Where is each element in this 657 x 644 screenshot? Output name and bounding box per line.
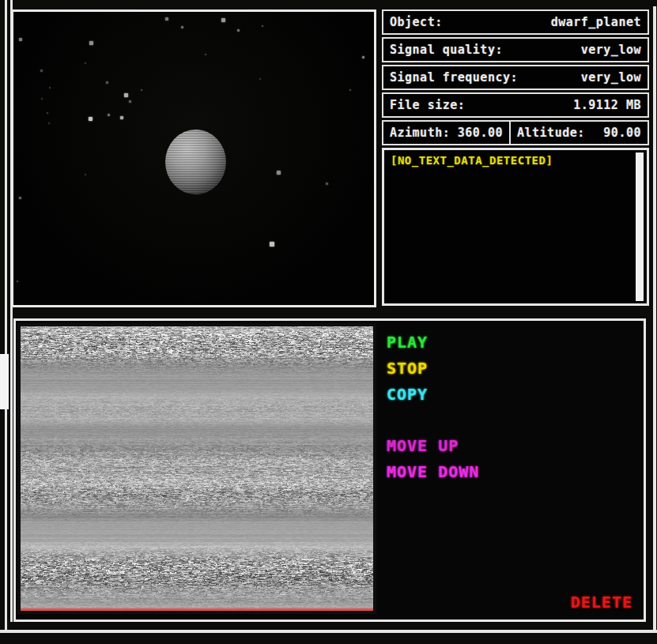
star — [205, 54, 206, 55]
star — [85, 62, 86, 64]
star — [124, 93, 128, 97]
signal-noise-canvas — [21, 326, 373, 611]
azimuth-value: 360.00 — [458, 126, 503, 140]
playback-panel: PLAY STOP COPY MOVE UP MOVE DOWN DELETE — [13, 318, 646, 622]
signal-analyzer-screen: { "theme": { "frame_color": "#e8e8e8", "… — [0, 0, 657, 644]
star — [19, 38, 22, 41]
star — [129, 100, 131, 103]
star — [49, 87, 51, 89]
star — [19, 197, 21, 199]
altitude-label: Altitude: — [517, 126, 585, 140]
star — [17, 281, 18, 282]
outer-frame-right-line — [653, 6, 656, 631]
copy-button[interactable]: COPY — [387, 385, 428, 404]
file-size-label: File size: — [390, 98, 465, 112]
star — [262, 25, 263, 27]
left-scrollbar-thumb[interactable] — [0, 354, 9, 409]
signal-quality-label: Signal quality: — [390, 43, 503, 57]
star — [89, 117, 93, 121]
signal-info-panel: Object: dwarf_planet Signal quality: ver… — [382, 9, 649, 306]
star — [277, 171, 281, 175]
info-row-orientation: Azimuth: 360.00 Altitude: 90.00 — [382, 120, 649, 145]
azimuth-label: Azimuth: — [390, 126, 450, 140]
text-area-scrollbar[interactable] — [636, 153, 644, 301]
dwarf-planet-sphere — [165, 130, 226, 194]
waveform-display[interactable] — [17, 323, 376, 614]
star — [259, 78, 261, 80]
star — [85, 174, 86, 175]
stop-button[interactable]: STOP — [387, 359, 428, 378]
star — [270, 242, 274, 247]
info-row-signal-frequency: Signal frequency: very_low — [382, 65, 649, 90]
star — [165, 17, 168, 21]
star — [181, 26, 183, 28]
star — [349, 89, 351, 91]
star — [48, 122, 50, 124]
star — [106, 81, 108, 84]
star — [41, 98, 43, 100]
star — [47, 112, 48, 114]
star — [141, 89, 142, 91]
move-up-button[interactable]: MOVE UP — [387, 436, 459, 455]
star — [108, 114, 110, 116]
signal-frequency-label: Signal frequency: — [390, 70, 518, 85]
play-button[interactable]: PLAY — [387, 333, 428, 352]
altitude-cell: Altitude: 90.00 — [511, 122, 648, 144]
azimuth-cell: Azimuth: 360.00 — [383, 122, 511, 144]
info-row-file-size: File size: 1.9112 MB — [382, 92, 649, 118]
delete-button[interactable]: DELETE — [571, 593, 632, 612]
star — [237, 29, 240, 32]
star — [221, 18, 225, 22]
object-value: dwarf_planet — [551, 15, 641, 29]
info-row-object: Object: dwarf_planet — [382, 9, 649, 35]
object-label: Object: — [390, 15, 443, 29]
star — [326, 183, 328, 185]
star — [89, 41, 93, 45]
outer-frame-bottom-line — [0, 630, 657, 633]
signal-frequency-value: very_low — [581, 70, 641, 85]
decoded-text-area: [NO_TEXT_DATA_DETECTED] — [382, 148, 649, 306]
move-down-button[interactable]: MOVE DOWN — [387, 462, 479, 481]
star — [120, 116, 123, 119]
signal-quality-value: very_low — [581, 43, 641, 57]
outer-frame-left-line — [5, 0, 7, 630]
file-size-value: 1.9112 MB — [573, 98, 641, 112]
star — [40, 70, 43, 72]
no-text-data-message: [NO_TEXT_DATA_DETECTED] — [391, 154, 640, 167]
playback-progress-line — [21, 608, 373, 611]
star — [362, 56, 364, 58]
object-viewport-panel — [11, 9, 376, 307]
info-row-signal-quality: Signal quality: very_low — [382, 37, 649, 62]
altitude-value: 90.00 — [603, 126, 641, 140]
